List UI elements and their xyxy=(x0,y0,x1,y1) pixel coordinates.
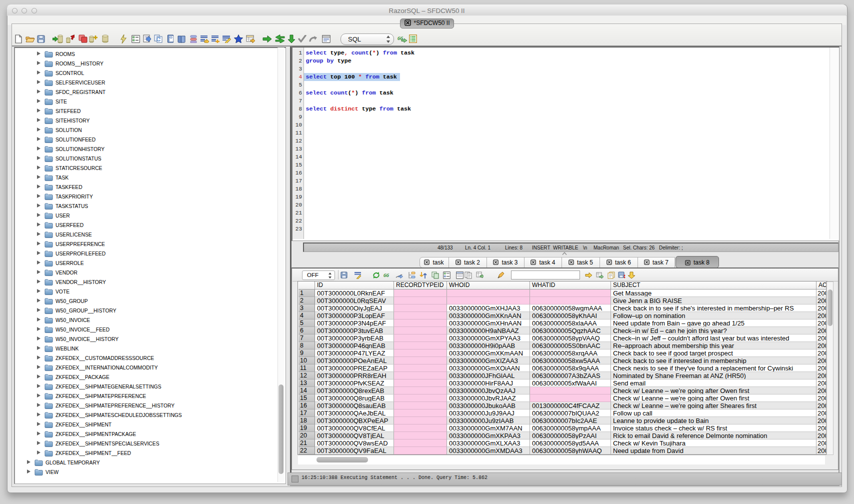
svg-text:66: 66 xyxy=(384,272,390,278)
